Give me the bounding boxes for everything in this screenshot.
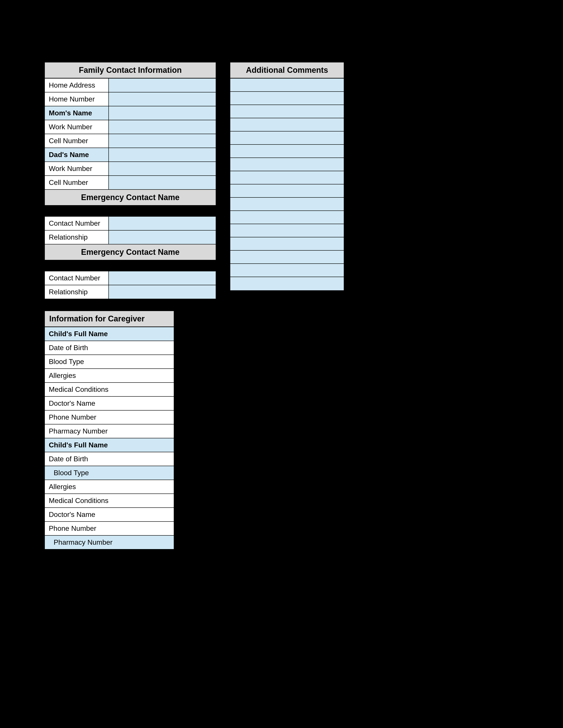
table-row: Dad's Name	[45, 148, 216, 162]
table-row: Home Address	[45, 79, 216, 92]
table-row: Cell Number	[45, 176, 216, 190]
label-dad-cell: Cell Number	[45, 176, 109, 189]
label-home-address: Home Address	[45, 79, 109, 92]
caregiver-title: Information for Caregiver	[45, 311, 174, 327]
spacer-1	[45, 206, 216, 217]
child1-allergies: Allergies	[45, 369, 174, 383]
value-mom-work[interactable]	[109, 120, 216, 134]
table-row: Contact Number	[45, 217, 216, 231]
left-section: Family Contact Information Home Address …	[44, 62, 216, 550]
comment-row-12[interactable]	[230, 224, 344, 237]
label-mom-work: Work Number	[45, 120, 109, 134]
family-contact-title: Family Contact Information	[45, 62, 216, 79]
child2-pharmacy: Pharmacy Number	[45, 536, 174, 549]
comment-row-7[interactable]	[230, 158, 344, 171]
label-dads-name: Dad's Name	[45, 148, 109, 161]
child2-dob: Date of Birth	[45, 452, 174, 466]
comment-row-16[interactable]	[230, 277, 344, 290]
emergency-contact-2-header: Emergency Contact Name	[45, 244, 216, 260]
label-dad-work: Work Number	[45, 162, 109, 175]
label-ec1-relationship: Relationship	[45, 231, 109, 244]
comment-row-3[interactable]	[230, 105, 344, 118]
value-ec2-relationship[interactable]	[109, 285, 216, 299]
comment-row-8[interactable]	[230, 171, 344, 184]
comment-row-4[interactable]	[230, 118, 344, 131]
table-row: Contact Number	[45, 271, 216, 285]
table-row: Mom's Name	[45, 106, 216, 120]
value-dads-name[interactable]	[109, 148, 216, 161]
child2-name-label: Child's Full Name	[45, 438, 174, 452]
value-home-address[interactable]	[109, 79, 216, 92]
value-mom-cell[interactable]	[109, 134, 216, 148]
table-row: Relationship	[45, 231, 216, 244]
comments-title: Additional Comments	[230, 62, 344, 79]
caregiver-table: Information for Caregiver Child's Full N…	[44, 310, 174, 550]
value-ec2-contact[interactable]	[109, 271, 216, 285]
value-dad-cell[interactable]	[109, 176, 216, 189]
table-row: Cell Number	[45, 134, 216, 148]
comment-row-2[interactable]	[230, 92, 344, 105]
child1-name-label: Child's Full Name	[45, 327, 174, 341]
comment-row-5[interactable]	[230, 131, 344, 145]
child2-phone: Phone Number	[45, 522, 174, 536]
comment-row-9[interactable]	[230, 184, 344, 198]
emergency-contact-1-header: Emergency Contact Name	[45, 190, 216, 206]
label-ec2-contact: Contact Number	[45, 271, 109, 285]
child2-allergies: Allergies	[45, 480, 174, 494]
comments-section: Additional Comments	[229, 62, 345, 291]
value-ec1-contact[interactable]	[109, 217, 216, 230]
child2-conditions: Medical Conditions	[45, 494, 174, 508]
label-home-number: Home Number	[45, 92, 109, 106]
label-ec1-contact: Contact Number	[45, 217, 109, 230]
child1-blood: Blood Type	[45, 355, 174, 369]
label-mom-cell: Cell Number	[45, 134, 109, 148]
comment-row-11[interactable]	[230, 211, 344, 224]
family-contact-table: Family Contact Information Home Address …	[44, 62, 216, 299]
table-row: Home Number	[45, 92, 216, 106]
comment-row-14[interactable]	[230, 251, 344, 264]
comment-row-10[interactable]	[230, 198, 344, 211]
label-moms-name: Mom's Name	[45, 106, 109, 120]
child2-doctor: Doctor's Name	[45, 508, 174, 522]
table-row: Relationship	[45, 285, 216, 299]
value-home-number[interactable]	[109, 92, 216, 106]
comment-row-6[interactable]	[230, 145, 344, 158]
table-row: Work Number	[45, 162, 216, 176]
comments-table: Additional Comments	[229, 62, 345, 291]
page-container: Family Contact Information Home Address …	[44, 62, 345, 550]
child1-doctor: Doctor's Name	[45, 397, 174, 411]
child1-pharmacy: Pharmacy Number	[45, 424, 174, 438]
table-row: Work Number	[45, 120, 216, 134]
value-moms-name[interactable]	[109, 106, 216, 120]
label-ec2-relationship: Relationship	[45, 285, 109, 299]
comment-row-13[interactable]	[230, 237, 344, 251]
child1-phone: Phone Number	[45, 411, 174, 424]
child1-dob: Date of Birth	[45, 341, 174, 355]
child1-conditions: Medical Conditions	[45, 383, 174, 397]
comment-row-15[interactable]	[230, 264, 344, 277]
spacer-2	[45, 260, 216, 271]
value-dad-work[interactable]	[109, 162, 216, 175]
value-ec1-relationship[interactable]	[109, 231, 216, 244]
child2-blood: Blood Type	[45, 466, 174, 480]
comment-row-1[interactable]	[230, 79, 344, 92]
